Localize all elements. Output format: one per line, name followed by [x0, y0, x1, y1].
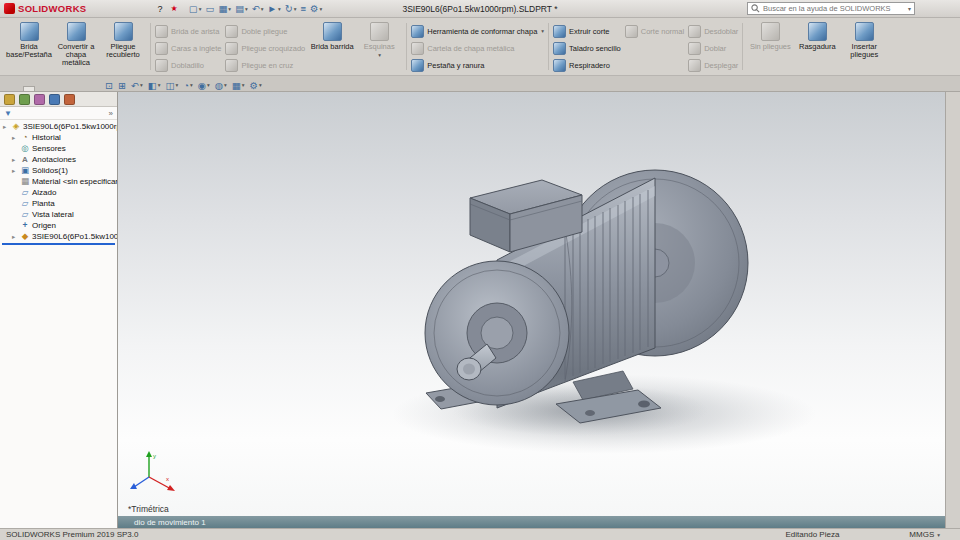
save-button[interactable]: ▦ ▾: [216, 2, 233, 16]
ribbon-tab[interactable]: [65, 87, 75, 91]
menu-item[interactable]: [102, 8, 112, 10]
ribbon-tab[interactable]: [45, 87, 55, 91]
expand-arrow-icon[interactable]: ▸: [12, 233, 18, 241]
ribbon-button[interactable]: Esquinas ▾: [356, 20, 402, 73]
dimxpertmanager-tab[interactable]: [49, 94, 60, 105]
ribbon-button[interactable]: Taladro sencillo ▾: [553, 40, 621, 56]
ribbon-button[interactable]: Pestaña y ranura ▾: [411, 57, 544, 73]
undo-button[interactable]: ↶ ▾: [250, 2, 266, 16]
rebuild-button[interactable]: ↻ ▾: [283, 2, 299, 16]
tree-item[interactable]: ▸ ▱ Vista lateral: [0, 209, 117, 220]
view-settings-button[interactable]: ⚙ ▾: [248, 81, 264, 91]
pin-menu-icon[interactable]: ★: [170, 4, 177, 13]
tree-item[interactable]: ▸ A Anotaciones: [0, 154, 117, 165]
dropdown-arrow-icon: ▾: [190, 82, 193, 88]
tree-item-label: 3SIE90L6(6Po1.5kw1000rpm).stp -: [32, 232, 117, 241]
tree-item[interactable]: ▸ ◎ Sensores: [0, 143, 117, 154]
help-menu[interactable]: ?: [152, 3, 167, 15]
open-file-button[interactable]: ▭ ▾: [203, 2, 216, 16]
panel-collapse-icon[interactable]: »: [109, 109, 113, 118]
rollback-bar[interactable]: [2, 243, 115, 245]
ribbon-tab[interactable]: [23, 86, 35, 91]
section-view-button[interactable]: ◧ ▾: [146, 81, 163, 91]
ribbon-button[interactable]: Brida de arista ▾: [155, 23, 221, 39]
menu-item[interactable]: [112, 8, 122, 10]
menu-item[interactable]: [132, 8, 142, 10]
ribbon-button-icon: [625, 25, 638, 38]
tree-item[interactable]: ▸ ◆ 3SIE90L6(6Po1.5kw1000rpm).stp -: [0, 231, 117, 242]
options-button[interactable]: ⚙ ▾: [308, 2, 324, 16]
new-file-button[interactable]: ▢ ▾: [187, 2, 204, 16]
ribbon-tab[interactable]: [55, 87, 65, 91]
ribbon-button[interactable]: Dobladillo ▾: [155, 57, 221, 73]
featuremanager-tab[interactable]: [4, 94, 15, 105]
view-orientation-button[interactable]: ◫ ▾: [163, 81, 180, 91]
zoom-area-button[interactable]: ⊞ ▾: [116, 81, 128, 91]
ribbon-button[interactable]: Rasgadura ▾: [794, 20, 840, 73]
menu-item[interactable]: [92, 8, 102, 10]
file-properties-button[interactable]: ≡ ▾: [299, 2, 309, 16]
search-input[interactable]: [763, 4, 905, 13]
ribbon-button[interactable]: Corte normal ▾: [625, 23, 684, 39]
tree-item[interactable]: ▸ + Origen: [0, 220, 117, 231]
expand-arrow-icon[interactable]: ▸: [3, 123, 9, 131]
expand-arrow-icon[interactable]: ▸: [12, 134, 18, 142]
ribbon-button[interactable]: Caras a inglete ▾: [155, 40, 221, 56]
viewport-canvas[interactable]: y x *Trimétrica: [118, 92, 945, 516]
tree-item-label: Vista lateral: [32, 210, 74, 219]
ribbon-button[interactable]: Brida barrida ▾: [309, 20, 355, 73]
ribbon-button-icon: [808, 22, 827, 41]
ribbon-button[interactable]: Convertir a chapa metálica ▾: [53, 20, 99, 73]
tree-item[interactable]: ▸ ▱ Alzado: [0, 187, 117, 198]
ribbon-separator: [548, 23, 549, 70]
apply-scene-button[interactable]: ▦ ▾: [230, 81, 247, 91]
previous-view-button[interactable]: ↶ ▾: [129, 81, 145, 91]
ribbon-button[interactable]: Doblar ▾: [688, 40, 738, 56]
expand-arrow-icon[interactable]: ▸: [12, 156, 18, 164]
ribbon-button[interactable]: Herramienta de conformar chapa ▾: [411, 23, 544, 39]
display-style-button[interactable]: ◔ ▾: [181, 81, 195, 91]
menu-item[interactable]: [122, 8, 132, 10]
ribbon-tab[interactable]: [13, 87, 23, 91]
filter-icon[interactable]: ▼: [4, 109, 12, 118]
menu-item[interactable]: [142, 8, 152, 10]
expand-arrow-icon[interactable]: ▸: [12, 167, 18, 175]
search-dropdown-icon[interactable]: ▾: [908, 5, 911, 12]
motion-study-tab[interactable]: dio de movimiento 1: [118, 516, 945, 528]
propertymanager-tab[interactable]: [19, 94, 30, 105]
ribbon-button[interactable]: Respiradero ▾: [553, 57, 621, 73]
tree-item-label: Anotaciones: [32, 155, 76, 164]
ribbon-button[interactable]: Desplegar ▾: [688, 57, 738, 73]
ribbon-button[interactable]: Desdoblar ▾: [688, 23, 738, 39]
ribbon-button-icon: [323, 22, 342, 41]
ribbon-button[interactable]: Brida base/Pestaña ▾: [6, 20, 52, 73]
ribbon-tab[interactable]: [35, 87, 45, 91]
print-button[interactable]: ▤ ▾: [233, 2, 250, 16]
ribbon-tab[interactable]: [3, 87, 13, 91]
displaymanager-tab[interactable]: [64, 94, 75, 105]
select-button[interactable]: ► ▾: [266, 2, 283, 16]
toolbar-icon: ◔: [183, 81, 189, 91]
tree-item[interactable]: ▸ ▱ Planta: [0, 198, 117, 209]
zoom-fit-button[interactable]: ⊡ ▾: [103, 81, 115, 91]
ribbon-button[interactable]: Cartela de chapa metálica ▾: [411, 40, 544, 56]
ribbon-button[interactable]: Sin pliegues ▾: [747, 20, 793, 73]
hide-show-items-button[interactable]: ◉ ▾: [196, 81, 212, 91]
tree-item[interactable]: ▸ ◈ 3SIE90L6(6Po1.5kw1000rpm) (Predete: [0, 121, 117, 132]
ribbon-button-icon: [225, 59, 238, 72]
ribbon-button[interactable]: Extruir corte ▾: [553, 23, 621, 39]
ribbon-button[interactable]: Pliegue recubierto ▾: [100, 20, 146, 73]
ribbon-button[interactable]: Insertar pliegues ▾: [841, 20, 887, 73]
tree-item[interactable]: ▸ ◔ Historial: [0, 132, 117, 143]
edit-appearance-button[interactable]: ◍ ▾: [213, 81, 229, 91]
ribbon-button[interactable]: Pliegue en cruz ▾: [225, 57, 305, 73]
ribbon-tab[interactable]: [75, 87, 85, 91]
ribbon-group-base: Brida base/Pestaña ▾ Convertir a chapa m…: [4, 20, 148, 73]
tree-item[interactable]: ▸ ▣ Sólidos(1): [0, 165, 117, 176]
ribbon-button[interactable]: Pliegue croquizado ▾: [225, 40, 305, 56]
ribbon-button[interactable]: Doble pliegue ▾: [225, 23, 305, 39]
ribbon-tab[interactable]: [85, 87, 95, 91]
configurationmanager-tab[interactable]: [34, 94, 45, 105]
units-selector[interactable]: MMGS ▾: [909, 530, 940, 539]
tree-item[interactable]: ▸ ▦ Material <sin especificar>: [0, 176, 117, 187]
